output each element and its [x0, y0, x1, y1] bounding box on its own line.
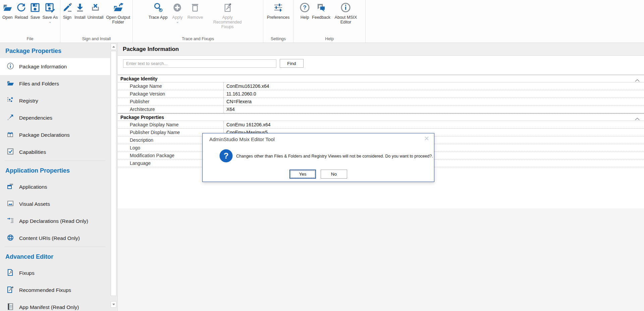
save-button[interactable]: Save [29, 1, 41, 20]
remove-trash-icon [190, 2, 200, 14]
install-button[interactable]: Install [73, 1, 87, 20]
no-button[interactable]: No [321, 170, 347, 179]
open-output-folder-label: Open Output Folder [106, 15, 131, 24]
sidebar-item-label: Files and Folders [19, 81, 59, 87]
group-label-help: Help [293, 37, 365, 41]
sidebar-item-label: Fixups [19, 270, 35, 276]
save-as-button[interactable]: Save As ⌄ [41, 1, 59, 23]
preferences-button[interactable]: Preferences [266, 1, 290, 20]
sidebar-item-package-information[interactable]: Package Information [0, 58, 110, 75]
scroll-up-button[interactable] [111, 44, 116, 50]
sidebar-item-applications[interactable]: Applications [0, 178, 110, 195]
property-value[interactable]: X64 [224, 106, 644, 113]
sidebar-item-visual-assets[interactable]: Visual Assets [0, 195, 110, 212]
row-package-display-name: Package Display Name ConEmu 161206.x64 [118, 121, 644, 129]
sidebar-item-recommended-fixups[interactable]: Recommended Fixups [0, 282, 110, 299]
sidebar-item-label: App Declarations (Read Only) [19, 218, 88, 224]
arrow-up-icon [112, 46, 115, 48]
sidebar-item-label: Registry [19, 98, 38, 104]
search-input[interactable] [123, 59, 276, 68]
install-arrow-icon [75, 2, 85, 14]
chevron-down-icon[interactable]: ⌄ [49, 20, 52, 23]
collapse-chevron-icon[interactable] [635, 116, 640, 121]
sidebar-item-app-manifest[interactable]: App Manifest (Read Only) [0, 299, 110, 311]
folder-icon [7, 79, 14, 88]
property-label: Publisher [118, 98, 224, 105]
open-output-folder-button[interactable]: Open Output Folder [105, 1, 132, 24]
reload-button[interactable]: Reload [14, 1, 29, 20]
sign-button[interactable]: Sign [61, 1, 73, 20]
sidebar-item-files-and-folders[interactable]: Files and Folders [0, 75, 110, 92]
row-architecture: Architecture X64 [118, 106, 644, 113]
globe-icon [7, 234, 14, 243]
remove-button: Remove [186, 1, 204, 20]
sidebar-item-package-declarations[interactable]: Package Declarations [0, 126, 110, 143]
sidebar-item-capabilities[interactable]: Capabilities [0, 143, 110, 161]
row-publisher: Publisher CN=Flexera [118, 98, 644, 106]
group-header-label: Package Properties [120, 115, 164, 120]
help-label: Help [301, 15, 309, 20]
section-heading-package-properties: Package Properties [0, 43, 110, 58]
msix-editor-window: Open Reload Save Save As ⌄ File Sign [0, 0, 644, 311]
close-icon[interactable]: ✕ [424, 135, 429, 142]
feedback-button[interactable]: Feedback [311, 1, 331, 20]
sidebar-scrollbar[interactable] [110, 43, 118, 311]
sidebar-item-content-uris[interactable]: Content URIs (Read Only) [0, 230, 110, 247]
property-label: Architecture [118, 106, 224, 113]
install-label: Install [74, 15, 86, 20]
group-header-package-identity: Package Identity [118, 75, 644, 82]
section-heading-application-properties: Application Properties [0, 161, 110, 178]
open-label: Open [2, 15, 13, 20]
uninstall-button[interactable]: Uninstall [87, 1, 105, 20]
sidebar-item-label: Recommended Fixups [19, 287, 71, 293]
section-heading-advanced-editor: Advanced Editor [0, 247, 110, 264]
sidebar-item-app-declarations[interactable]: App Declarations (Read Only) [0, 212, 110, 230]
apply-label: Apply [172, 15, 182, 20]
property-label: Package Name [118, 82, 224, 90]
confirmation-dialog: AdminStudio Msix Editor Tool ✕ ? Changes… [202, 133, 434, 182]
property-value[interactable]: ConEmu161206.x64 [224, 82, 644, 90]
sidebar-item-registry[interactable]: Registry [0, 92, 110, 109]
sidebar-item-label: Package Declarations [19, 132, 70, 138]
open-folder-icon [2, 2, 13, 14]
property-value[interactable]: 11.161.2060.0 [224, 90, 644, 98]
reload-label: Reload [15, 15, 28, 20]
dialog-message: Changes other than Files & Folders and R… [236, 154, 433, 159]
group-label-trace-and-fixups: Trace and Fixups [133, 37, 263, 41]
scroll-down-button[interactable] [111, 301, 116, 308]
help-button[interactable]: ? Help [299, 1, 311, 20]
info-circle-icon [7, 62, 14, 71]
group-header-package-properties: Package Properties [118, 113, 644, 121]
about-info-icon [340, 2, 351, 14]
row-package-name: Package Name ConEmu161206.x64 [118, 82, 644, 90]
scrollbar-thumb[interactable] [111, 51, 116, 296]
apply-button: Apply ⌄ [171, 1, 183, 23]
trace-app-label: Trace App [149, 15, 168, 20]
trace-app-icon [153, 2, 163, 14]
dependencies-arrow-icon [7, 114, 14, 122]
row-package-version: Package Version 11.161.2060.0 [118, 90, 644, 98]
sidebar-item-dependencies[interactable]: Dependencies [0, 109, 110, 126]
sidebar-item-fixups[interactable]: Fixups [0, 264, 110, 282]
remove-label: Remove [187, 15, 203, 20]
find-button[interactable]: Find [280, 59, 304, 68]
apply-recommended-fixups-icon [222, 2, 233, 14]
save-icon [30, 2, 40, 14]
wrench-doc-icon [7, 269, 14, 277]
property-value[interactable]: ConEmu 161206.x64 [224, 121, 644, 128]
feedback-bubble-icon [316, 2, 326, 14]
svg-text:?: ? [224, 151, 229, 160]
collapse-chevron-icon[interactable] [635, 77, 640, 83]
trace-app-button[interactable]: Trace App [148, 1, 169, 20]
group-label-settings: Settings [263, 37, 293, 41]
search-row: Find [123, 59, 644, 68]
sidebar-item-label: Capabilities [19, 149, 46, 155]
ribbon-toolbar: Open Reload Save Save As ⌄ File Sign [0, 0, 644, 43]
about-msix-editor-button[interactable]: About MSIX Editor [331, 1, 360, 24]
toolbar-group-file: Open Reload Save Save As ⌄ File [0, 0, 60, 43]
yes-button[interactable]: Yes [289, 170, 316, 179]
manifest-doc-icon [7, 303, 14, 311]
property-value[interactable]: CN=Flexera [224, 98, 644, 105]
open-button[interactable]: Open [1, 1, 14, 20]
sidebar-item-label: Applications [19, 184, 47, 190]
